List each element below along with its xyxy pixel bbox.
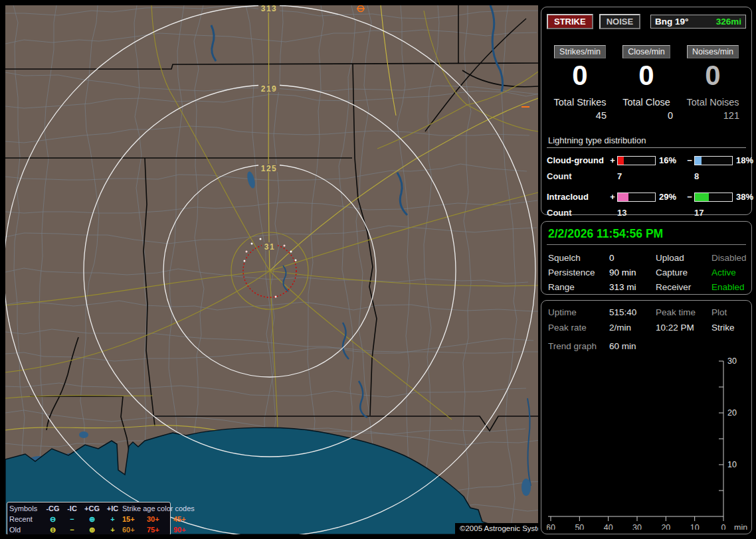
neg-ic-recent-icon: − [63, 515, 81, 523]
ic-positive-bar-fill [618, 193, 628, 201]
neg-cg-recent-icon: ⊖ [43, 515, 63, 524]
intracloud-row: Intracloud + 29% − 38% [547, 192, 746, 202]
cg-negative-pct: 18% [733, 155, 756, 165]
distribution-title: Lightning type distribution [547, 135, 746, 148]
minus-sign: − [685, 155, 694, 165]
noise-mode-button[interactable]: NOISE [599, 14, 640, 29]
cloud-ground-count-row: Count 7 8 [547, 171, 746, 181]
age-75: 75+ [147, 526, 173, 534]
legend-col-pos-cg: +CG [81, 504, 103, 512]
ic-negative-bar-fill [695, 193, 709, 201]
svg-text:0: 0 [721, 523, 726, 530]
age-15: 15+ [122, 515, 147, 523]
rate-counters: Strikes/min 0 Total Strikes 45 Close/min… [547, 45, 746, 121]
strike-mode-button[interactable]: STRIKE [547, 14, 593, 29]
ic-positive-count: 13 [617, 208, 656, 218]
cg-positive-bar-fill [618, 157, 624, 165]
cg-positive-pct: 16% [656, 155, 685, 165]
ring-label-125: 125 [261, 164, 278, 173]
intracloud-count-row: Count 13 17 [547, 208, 746, 218]
range-value: 313 mi [609, 282, 656, 292]
cg-positive-count: 7 [617, 171, 656, 181]
count-label: Count [547, 208, 608, 218]
persistence-label: Persistence [548, 268, 609, 277]
ic-negative-pct: 38% [733, 192, 756, 202]
mode-button-row: STRIKE NOISE Bng 19° 326mi [547, 14, 746, 29]
minus-sign: − [685, 192, 694, 202]
legend-col-pos-ic: +IC [103, 504, 122, 512]
bearing-distance: 326mi [716, 17, 741, 27]
close-per-min-chip: Close/min [622, 45, 670, 58]
lightning-map[interactable]: 313 219 125 31 Symbols -CG -IC +CG +IC S… [5, 5, 538, 534]
plus-sign: + [608, 155, 617, 165]
neg-ic-old-icon: − [63, 526, 81, 534]
legend-symbols-header: Symbols [9, 504, 43, 512]
pos-cg-old-icon: ⊕ [81, 526, 103, 534]
bearing-readout: Bng 19° 326mi [650, 15, 746, 29]
bearing-label: Bng 19° [655, 17, 688, 27]
age-30: 30+ [147, 515, 173, 523]
svg-text:60: 60 [547, 523, 555, 530]
upload-label: Upload [656, 253, 711, 263]
svg-text:20: 20 [661, 523, 670, 530]
svg-text:min: min [734, 523, 747, 530]
pos-ic-recent-icon: + [103, 515, 122, 523]
noises-counter: Noises/min 0 Total Noises 121 [680, 45, 746, 121]
receiver-label: Receiver [656, 282, 711, 292]
plus-sign: + [608, 192, 617, 202]
strikes-per-min-chip: Strikes/min [554, 45, 606, 58]
symbol-legend: Symbols -CG -IC +CG +IC Strike age color… [7, 502, 171, 534]
legend-col-neg-ic: -IC [63, 504, 81, 512]
total-strikes-value: 45 [547, 110, 613, 121]
svg-text:50: 50 [575, 523, 584, 530]
capture-status: Active [711, 268, 747, 277]
stats-panel: STRIKE NOISE Bng 19° 326mi Strikes/min 0… [541, 7, 752, 215]
legend-age-header: Strike age color codes [122, 504, 195, 512]
cloud-ground-label: Cloud-ground [547, 155, 608, 165]
cg-negative-bar-fill [695, 157, 702, 165]
total-close-label: Total Close [613, 97, 680, 108]
intracloud-label: Intracloud [547, 192, 608, 202]
cg-negative-bar [694, 156, 733, 165]
cloud-ground-row: Cloud-ground + 16% − 18% [547, 155, 746, 165]
status-panel: 2/2/2026 11:54:56 PM Squelch 0 Upload Di… [541, 221, 752, 295]
cg-negative-count: 8 [694, 171, 733, 181]
svg-text:30: 30 [632, 523, 642, 530]
copyright-text: ©2005 Astrogenic Systems [455, 523, 538, 534]
close-counter: Close/min 0 Total Close 0 [613, 45, 680, 121]
map-canvas: 313 219 125 31 [5, 5, 538, 534]
legend-recent-label: Recent [9, 515, 43, 523]
ic-positive-pct: 29% [656, 192, 685, 202]
svg-text:20: 20 [727, 408, 737, 418]
legend-col-neg-cg: -CG [43, 504, 63, 512]
svg-text:10: 10 [727, 460, 737, 469]
legend-old-label: Old [9, 526, 43, 534]
lightning-distribution: Lightning type distribution Cloud-ground… [547, 135, 746, 218]
cg-positive-bar [617, 156, 656, 165]
strikes-per-min-value: 0 [547, 61, 613, 90]
squelch-label: Squelch [548, 253, 609, 263]
trend-panel: Uptime 515:40 Peak time Plot Peak rate 2… [541, 300, 752, 534]
trend-graph: 1020306050403020100min [547, 301, 747, 530]
total-close-value: 0 [613, 110, 680, 121]
age-90: 90+ [173, 526, 195, 534]
ic-positive-bar [617, 193, 656, 202]
capture-label: Capture [656, 268, 711, 277]
noises-per-min-value: 0 [680, 61, 746, 90]
upload-status: Disabled [711, 253, 747, 263]
neg-cg-old-icon: ⊖ [43, 526, 63, 534]
persistence-value: 90 min [609, 268, 656, 277]
ring-label-219: 219 [261, 84, 278, 94]
count-label: Count [547, 171, 608, 181]
status-grid: Squelch 0 Upload Disabled Persistence 90… [547, 253, 746, 292]
ring-label-313: 313 [261, 5, 278, 13]
age-60: 60+ [122, 526, 147, 534]
svg-text:10: 10 [690, 523, 700, 530]
ic-negative-count: 17 [694, 208, 733, 218]
pos-cg-recent-icon: ⊕ [81, 515, 103, 524]
range-label: Range [548, 282, 609, 292]
total-strikes-label: Total Strikes [547, 97, 613, 108]
pos-ic-old-icon: + [103, 526, 122, 534]
receiver-status: Enabled [711, 282, 747, 292]
ic-negative-bar [694, 193, 733, 202]
